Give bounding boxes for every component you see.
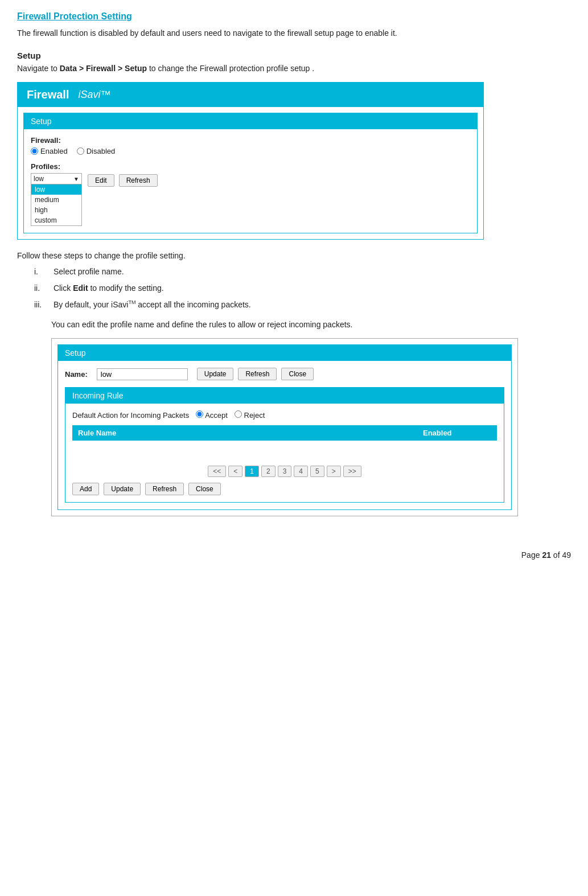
footer-text-after: of <box>551 550 562 560</box>
reject-radio-label[interactable]: Reject <box>235 410 265 420</box>
widget2-setup-panel: Setup Name: Update Refresh Close Incomin… <box>57 344 512 510</box>
page-footer: Page 21 of 49 <box>17 550 571 560</box>
profiles-selected-value: low <box>34 175 44 183</box>
widget1-title: Firewall <box>27 88 69 101</box>
pagination: << < 1 2 3 4 5 > >> <box>72 466 497 477</box>
rule-table-header: Rule Name Enabled <box>72 425 497 441</box>
step-3-after: accept all the incoming packets. <box>135 300 250 309</box>
rule-table-body <box>72 443 497 460</box>
page-4-btn[interactable]: 4 <box>294 466 308 477</box>
intro-text: The firewall function is disabled by def… <box>17 27 571 39</box>
profiles-row: low ▼ low medium high custom <box>31 173 470 226</box>
setup-heading: Setup <box>17 51 571 60</box>
footer-total-pages: 49 <box>562 550 571 560</box>
profiles-select-top[interactable]: low ▼ <box>31 174 81 184</box>
nav-before: Navigate to <box>17 64 57 73</box>
profiles-select[interactable]: low ▼ low medium high custom <box>31 173 82 226</box>
edit-para: You can edit the profile name and define… <box>51 320 571 329</box>
col-rule-name: Rule Name <box>78 429 423 437</box>
step-3-before: By default, your iSavi <box>54 300 129 309</box>
refresh-button-2[interactable]: Refresh <box>238 368 277 380</box>
incoming-panel-header: Incoming Rule <box>65 388 504 404</box>
profile-item-custom[interactable]: custom <box>31 215 81 225</box>
widget1-setup-panel: Setup Firewall: Enabled Disabled <box>23 113 478 233</box>
profiles-section: Profiles: low ▼ low medium high <box>31 162 470 226</box>
widget2-setup-header: Setup <box>58 345 511 361</box>
step-1-text: Select profile name. <box>54 267 124 276</box>
firewall-label: Firewall: <box>31 136 470 145</box>
name-input[interactable] <box>97 368 188 380</box>
close-button-1[interactable]: Close <box>281 368 314 380</box>
widget1-setup-header: Setup <box>24 113 477 129</box>
page-2-btn[interactable]: 2 <box>261 466 276 477</box>
step-3-sup: TM <box>128 299 135 305</box>
incoming-rule-panel: Incoming Rule Default Action for Incomin… <box>65 387 504 503</box>
accept-radio[interactable] <box>196 410 203 418</box>
profile-item-medium[interactable]: medium <box>31 195 81 205</box>
page-last-btn[interactable]: >> <box>343 466 361 477</box>
firewall-widget-1: Firewall iSavi™ Setup Firewall: Enabled … <box>17 82 484 240</box>
incoming-panel-body: Default Action for Incoming Packets Acce… <box>65 404 504 502</box>
footer-current-page: 21 <box>542 550 551 560</box>
enabled-label: Enabled <box>40 147 68 155</box>
firewall-widget-2: Setup Name: Update Refresh Close Incomin… <box>51 338 518 516</box>
widget1-setup-body: Firewall: Enabled Disabled Profiles: <box>24 129 477 233</box>
profiles-list: low medium high custom <box>31 184 81 225</box>
page-title: Firewall Protection Setting <box>17 11 571 22</box>
name-btn-row: Update Refresh Close <box>197 368 314 380</box>
footer-text-before: Page <box>521 550 542 560</box>
refresh-button-3[interactable]: Refresh <box>145 483 184 495</box>
disabled-radio[interactable] <box>77 147 84 155</box>
step-3: iii. By default, your iSaviTM accept all… <box>34 299 571 311</box>
page-prev-btn[interactable]: < <box>228 466 242 477</box>
default-action-row: Default Action for Incoming Packets Acce… <box>72 410 497 420</box>
col-enabled: Enabled <box>423 429 491 437</box>
profiles-dropdown[interactable]: low ▼ low medium high custom <box>31 173 82 226</box>
add-button[interactable]: Add <box>72 483 99 495</box>
edit-button[interactable]: Edit <box>88 174 114 187</box>
firewall-radio-row: Enabled Disabled <box>31 147 470 155</box>
default-action-label: Default Action for Incoming Packets <box>72 411 189 420</box>
page-3-btn[interactable]: 3 <box>278 466 292 477</box>
steps-intro: Follow these steps to change the profile… <box>17 251 571 260</box>
enabled-radio[interactable] <box>31 147 38 155</box>
page-first-btn[interactable]: << <box>208 466 226 477</box>
name-label: Name: <box>65 370 88 379</box>
profile-item-high[interactable]: high <box>31 205 81 215</box>
accept-label: Accept <box>205 411 228 420</box>
widget1-brand: iSavi™ <box>78 89 110 101</box>
accept-radio-label[interactable]: Accept <box>196 410 228 420</box>
refresh-button-1[interactable]: Refresh <box>119 174 158 187</box>
firewall-field: Firewall: Enabled Disabled <box>31 136 470 155</box>
step-1: i. Select profile name. <box>34 266 571 278</box>
page-5-btn[interactable]: 5 <box>310 466 324 477</box>
setup-nav-text: Navigate to Data > Firewall > Setup to c… <box>17 64 571 73</box>
update-button-1[interactable]: Update <box>197 368 234 380</box>
step-2: ii. Click Edit to modify the setting. <box>34 282 571 294</box>
reject-label: Reject <box>244 411 265 420</box>
disabled-radio-label[interactable]: Disabled <box>77 147 116 155</box>
step-2-after: to modify the setting. <box>88 283 164 293</box>
step-3-label: iii. <box>34 299 51 311</box>
step-2-before: Click <box>54 283 73 293</box>
update-button-2[interactable]: Update <box>104 483 141 495</box>
dropdown-arrow-icon: ▼ <box>73 176 79 182</box>
enabled-radio-label[interactable]: Enabled <box>31 147 68 155</box>
step-2-label: ii. <box>34 282 51 294</box>
nav-after: to change the Firewall protection profil… <box>149 64 314 73</box>
profile-item-low[interactable]: low <box>31 184 81 195</box>
step-2-bold: Edit <box>73 283 88 293</box>
widget1-header: Firewall iSavi™ <box>18 83 483 107</box>
close-button-2[interactable]: Close <box>188 483 221 495</box>
widget2-setup-body: Name: Update Refresh Close Incoming Rule… <box>58 361 511 509</box>
nav-bold: Data > Firewall > Setup <box>60 64 147 73</box>
disabled-label: Disabled <box>87 147 116 155</box>
reject-radio[interactable] <box>235 410 242 418</box>
page-1-btn[interactable]: 1 <box>245 466 259 477</box>
bottom-btn-row: Add Update Refresh Close <box>72 483 497 495</box>
name-row: Name: Update Refresh Close <box>65 368 504 380</box>
page-next-btn[interactable]: > <box>327 466 341 477</box>
profiles-label: Profiles: <box>31 162 470 171</box>
step-1-label: i. <box>34 266 51 278</box>
steps-list: i. Select profile name. ii. Click Edit t… <box>17 266 571 311</box>
